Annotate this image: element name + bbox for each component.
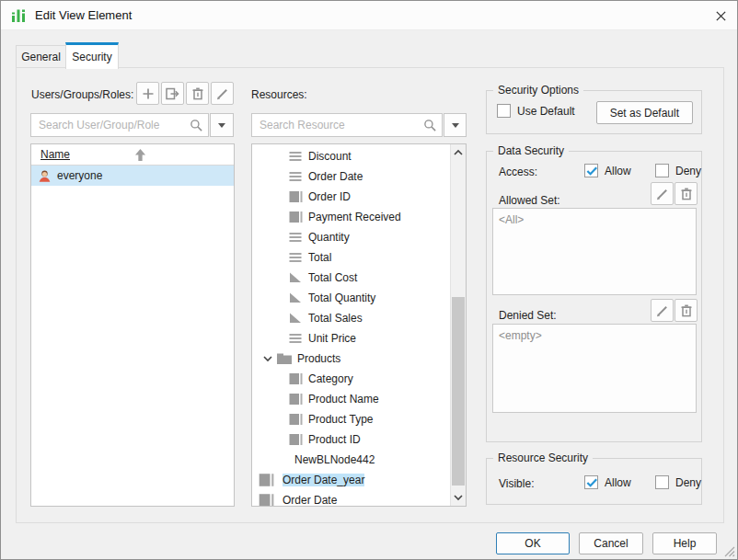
check-icon: [585, 475, 599, 489]
resource-search-dropdown-button[interactable]: [444, 113, 467, 137]
use-default-checkbox[interactable]: [497, 104, 511, 118]
tree-item[interactable]: Order Date_year: [252, 470, 450, 490]
access-deny-checkbox[interactable]: [655, 164, 669, 177]
set-as-default-button[interactable]: Set as Default: [596, 101, 693, 124]
tree-item[interactable]: NewBLNode442: [252, 450, 450, 470]
field-triangle-icon: [288, 311, 303, 326]
visible-allow-checkbox-group[interactable]: Allow: [584, 475, 631, 489]
field-square-icon: [288, 412, 303, 427]
tree-item[interactable]: Discount: [252, 146, 450, 166]
denied-set-delete-button[interactable]: [675, 299, 698, 322]
use-default-checkbox-group[interactable]: Use Default: [497, 104, 575, 118]
field-square-icon: [288, 392, 303, 406]
tree-item[interactable]: Category: [252, 369, 450, 389]
allowed-set-box: <All>: [492, 208, 697, 295]
tree-item[interactable]: Order Date: [252, 166, 450, 187]
access-deny-label: Deny: [675, 165, 701, 177]
tree-item[interactable]: Total Cost: [252, 268, 450, 288]
tree-item[interactable]: Order Date: [252, 490, 450, 506]
tree-item[interactable]: Total: [252, 247, 450, 268]
visible-allow-checkbox[interactable]: [584, 475, 598, 489]
denied-set-label: Denied Set:: [499, 309, 557, 322]
check-icon: [585, 164, 599, 177]
user-search-dropdown-button[interactable]: [210, 113, 234, 137]
scroll-down-button[interactable]: [451, 490, 466, 505]
users-toolbar: [136, 82, 234, 105]
tab-security[interactable]: Security: [65, 42, 119, 69]
edit-user-button[interactable]: [211, 82, 234, 105]
field-lines-icon: [288, 331, 303, 346]
name-column-header[interactable]: Name: [40, 148, 70, 161]
resources-tree: Discount Order Date Order ID Payment Rec…: [252, 144, 450, 506]
allowed-set-toolbar: [651, 182, 698, 205]
trash-icon: [679, 303, 694, 318]
tree-item[interactable]: Product Name: [252, 389, 450, 409]
pencil-icon: [655, 187, 670, 201]
scrollbar[interactable]: [450, 144, 466, 506]
user-row-everyone[interactable]: everyone: [31, 166, 234, 186]
tree-item[interactable]: Order ID: [252, 187, 450, 207]
denied-set-box: <empty>: [492, 324, 697, 413]
user-search-input[interactable]: [30, 113, 209, 137]
tree-item[interactable]: Product Type: [252, 409, 450, 429]
resources-tree-panel: Discount Order Date Order ID Payment Rec…: [251, 143, 467, 507]
pencil-icon: [655, 303, 670, 318]
ok-button[interactable]: OK: [496, 532, 570, 554]
visible-deny-checkbox[interactable]: [655, 475, 669, 489]
tree-item[interactable]: Total Sales: [252, 308, 450, 328]
trash-icon: [679, 187, 694, 201]
delete-user-button[interactable]: [186, 82, 209, 105]
chevron-down-icon: [452, 123, 459, 128]
resource-search-input[interactable]: [251, 113, 443, 137]
use-default-label: Use Default: [517, 105, 575, 118]
edit-view-element-dialog: Edit View Element General Security Users…: [0, 0, 738, 560]
access-deny-checkbox-group[interactable]: Deny: [655, 164, 701, 177]
field-square-icon: [288, 432, 303, 447]
resource-security-group: Resource Security Visible: Allow Deny: [486, 458, 702, 505]
access-allow-label: Allow: [605, 165, 631, 177]
scroll-up-button[interactable]: [451, 145, 466, 160]
chevron-down-icon: [454, 493, 463, 502]
folder-icon: [276, 351, 293, 366]
cancel-button[interactable]: Cancel: [579, 532, 643, 554]
chevron-down-icon: [218, 123, 225, 128]
tree-item[interactable]: Quantity: [252, 227, 450, 247]
allowed-set-value: <All>: [499, 213, 524, 226]
denied-set-edit-button[interactable]: [651, 299, 674, 322]
users-groups-roles-label: Users/Groups/Roles:: [31, 88, 133, 101]
allowed-set-edit-button[interactable]: [651, 182, 674, 205]
help-button[interactable]: Help: [652, 532, 717, 554]
tree-item[interactable]: Product ID: [252, 429, 450, 450]
users-list-panel: Name everyone: [30, 143, 235, 507]
tree-item[interactable]: Unit Price: [252, 328, 450, 349]
security-options-legend: Security Options: [493, 84, 583, 97]
scrollbar-thumb[interactable]: [452, 297, 465, 486]
field-triangle-icon: [288, 270, 303, 285]
allowed-set-delete-button[interactable]: [675, 182, 698, 205]
add-user-button[interactable]: [136, 82, 159, 105]
visible-deny-checkbox-group[interactable]: Deny: [655, 475, 701, 489]
tree-item-products[interactable]: Products: [252, 349, 450, 369]
chevron-down-icon[interactable]: [263, 354, 272, 363]
field-square-icon: [288, 210, 303, 224]
visible-label: Visible:: [499, 477, 534, 490]
tree-item[interactable]: Payment Received: [252, 207, 450, 227]
access-allow-checkbox[interactable]: [584, 164, 598, 177]
resize-grip[interactable]: [723, 545, 735, 557]
export-icon: [165, 86, 180, 101]
resource-security-legend: Resource Security: [493, 451, 593, 464]
export-user-button[interactable]: [161, 82, 184, 105]
search-icon: [190, 119, 203, 132]
field-square-icon: [258, 492, 274, 506]
security-options-group: Security Options Use Default Set as Defa…: [486, 90, 702, 134]
field-square-icon: [288, 189, 303, 204]
visible-deny-label: Deny: [675, 476, 701, 489]
data-security-group: Data Security Access: Allow Deny Allowed…: [486, 151, 702, 442]
field-square-icon: [288, 371, 303, 386]
field-lines-icon: [288, 149, 303, 164]
resources-label: Resources:: [251, 88, 307, 101]
allowed-set-label: Allowed Set:: [499, 194, 560, 207]
tree-item[interactable]: Total Quantity: [252, 288, 450, 308]
access-allow-checkbox-group[interactable]: Allow: [584, 164, 631, 177]
field-triangle-icon: [288, 291, 303, 305]
